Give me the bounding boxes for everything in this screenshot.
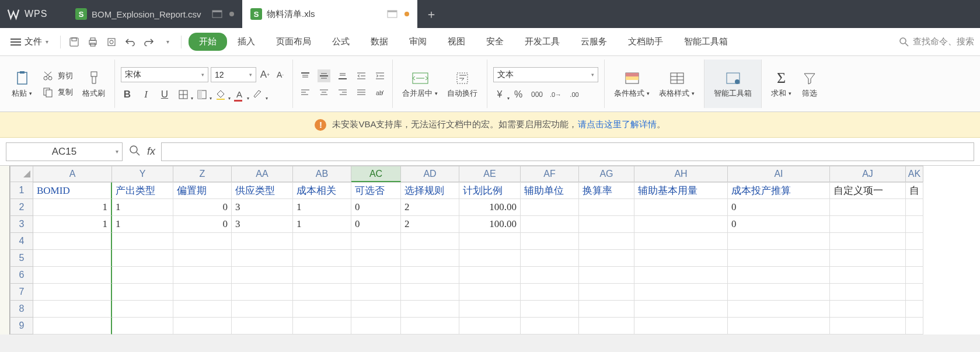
col-header-AE[interactable]: AE bbox=[459, 166, 521, 182]
cell[interactable] bbox=[521, 301, 579, 318]
cell[interactable] bbox=[351, 233, 401, 250]
cell[interactable] bbox=[579, 199, 634, 216]
cell[interactable] bbox=[579, 301, 634, 318]
row-header-2[interactable]: 2 bbox=[10, 199, 33, 216]
comma-icon[interactable]: 000 bbox=[531, 88, 543, 101]
fill-color-icon[interactable]: ▾ bbox=[214, 88, 227, 101]
cell[interactable] bbox=[634, 301, 728, 318]
cell[interactable] bbox=[459, 250, 521, 267]
cell[interactable] bbox=[112, 284, 173, 301]
cell[interactable]: 1 bbox=[112, 216, 173, 233]
cell[interactable] bbox=[232, 267, 293, 284]
wrap-text-button[interactable]: 自动换行 bbox=[444, 69, 481, 99]
cell[interactable]: 辅助单位 bbox=[521, 182, 579, 199]
cell[interactable] bbox=[351, 284, 401, 301]
bold-icon[interactable]: B bbox=[121, 88, 134, 101]
col-header-AD[interactable]: AD bbox=[401, 166, 459, 182]
cell[interactable] bbox=[459, 301, 521, 318]
cell[interactable] bbox=[521, 233, 579, 250]
cell[interactable] bbox=[173, 267, 232, 284]
cell[interactable] bbox=[634, 233, 728, 250]
cell[interactable] bbox=[112, 267, 173, 284]
cell[interactable] bbox=[33, 301, 112, 318]
col-header-Y[interactable]: Y bbox=[112, 166, 173, 182]
cell[interactable] bbox=[401, 233, 459, 250]
cell[interactable] bbox=[401, 318, 459, 334]
cell[interactable] bbox=[33, 233, 112, 250]
cell[interactable] bbox=[459, 267, 521, 284]
cell[interactable] bbox=[521, 216, 579, 233]
grow-font-icon[interactable]: A+ bbox=[259, 68, 271, 81]
cell[interactable] bbox=[521, 199, 579, 216]
row-header-5[interactable]: 5 bbox=[10, 250, 33, 267]
cell[interactable] bbox=[728, 233, 830, 250]
cell[interactable] bbox=[906, 301, 923, 318]
cell[interactable]: 1 bbox=[112, 199, 173, 216]
save-icon[interactable] bbox=[68, 36, 81, 48]
col-header-AH[interactable]: AH bbox=[634, 166, 728, 182]
name-box[interactable]: AC15 ▾ bbox=[6, 142, 123, 161]
cell[interactable] bbox=[112, 250, 173, 267]
cell[interactable] bbox=[830, 267, 906, 284]
cell[interactable] bbox=[232, 250, 293, 267]
cell[interactable] bbox=[459, 284, 521, 301]
cell[interactable] bbox=[728, 250, 830, 267]
cell[interactable]: 自 bbox=[906, 182, 923, 199]
font-color-icon[interactable]: A▾ bbox=[233, 88, 246, 101]
italic-icon[interactable]: I bbox=[139, 88, 152, 101]
cell[interactable]: 100.00 bbox=[459, 216, 521, 233]
cell[interactable]: 0 bbox=[173, 216, 232, 233]
col-header-AF[interactable]: AF bbox=[521, 166, 579, 182]
cell[interactable] bbox=[232, 318, 293, 334]
preview-icon[interactable] bbox=[105, 36, 118, 48]
conditional-format-button[interactable]: 条件格式▾ bbox=[611, 69, 653, 99]
cell[interactable] bbox=[33, 318, 112, 334]
cell[interactable] bbox=[579, 267, 634, 284]
cell[interactable] bbox=[634, 216, 728, 233]
table-style-button[interactable]: 表格样式▾ bbox=[655, 69, 698, 99]
align-right-icon[interactable] bbox=[336, 86, 349, 99]
row-header-8[interactable]: 8 bbox=[10, 301, 33, 318]
indent-increase-icon[interactable] bbox=[374, 69, 386, 82]
warning-link[interactable]: 请点击这里了解详情 bbox=[578, 119, 657, 130]
cell[interactable]: 成本相关 bbox=[293, 182, 351, 199]
tab-review[interactable]: 审阅 bbox=[399, 33, 437, 51]
cell[interactable] bbox=[293, 267, 351, 284]
tab-data[interactable]: 数据 bbox=[360, 33, 399, 51]
number-format-combo[interactable]: 文本▾ bbox=[493, 67, 598, 82]
row-header-3[interactable]: 3 bbox=[10, 216, 33, 233]
sum-button[interactable]: Σ 求和▾ bbox=[768, 69, 795, 99]
cell[interactable]: 0 bbox=[728, 216, 830, 233]
cell[interactable] bbox=[112, 301, 173, 318]
increase-decimal-icon[interactable]: .0→ bbox=[549, 88, 562, 101]
print-icon[interactable] bbox=[86, 36, 99, 48]
smart-toolbox-button[interactable]: 智能工具箱 bbox=[710, 69, 755, 99]
cell[interactable] bbox=[830, 250, 906, 267]
cell[interactable] bbox=[351, 250, 401, 267]
align-top-icon[interactable] bbox=[299, 69, 312, 82]
tab-bom-report[interactable]: S BOM_Explosion_Report.csv bbox=[67, 0, 242, 28]
cell[interactable] bbox=[33, 267, 112, 284]
zoom-icon[interactable] bbox=[128, 144, 141, 159]
copy-button[interactable]: 复制 bbox=[43, 87, 73, 97]
cell[interactable]: 计划比例 bbox=[459, 182, 521, 199]
align-middle-icon[interactable] bbox=[318, 69, 330, 82]
cell[interactable] bbox=[232, 233, 293, 250]
cell[interactable] bbox=[401, 267, 459, 284]
cell[interactable] bbox=[906, 233, 923, 250]
cell[interactable] bbox=[579, 216, 634, 233]
cell[interactable] bbox=[173, 233, 232, 250]
cell[interactable]: 0 bbox=[351, 216, 401, 233]
row-header-6[interactable]: 6 bbox=[10, 267, 33, 284]
select-all-corner[interactable] bbox=[10, 166, 33, 182]
cell[interactable] bbox=[830, 216, 906, 233]
cell[interactable] bbox=[906, 284, 923, 301]
file-menu[interactable]: 文件 ▾ bbox=[6, 36, 53, 47]
decrease-decimal-icon[interactable]: .00 bbox=[568, 88, 581, 101]
col-header-AC[interactable]: AC bbox=[351, 166, 401, 182]
cell[interactable] bbox=[351, 267, 401, 284]
cell[interactable] bbox=[293, 233, 351, 250]
cell[interactable]: 供应类型 bbox=[232, 182, 293, 199]
tab-toolbox[interactable]: 智能工具箱 bbox=[674, 33, 738, 51]
cell[interactable]: 2 bbox=[401, 199, 459, 216]
